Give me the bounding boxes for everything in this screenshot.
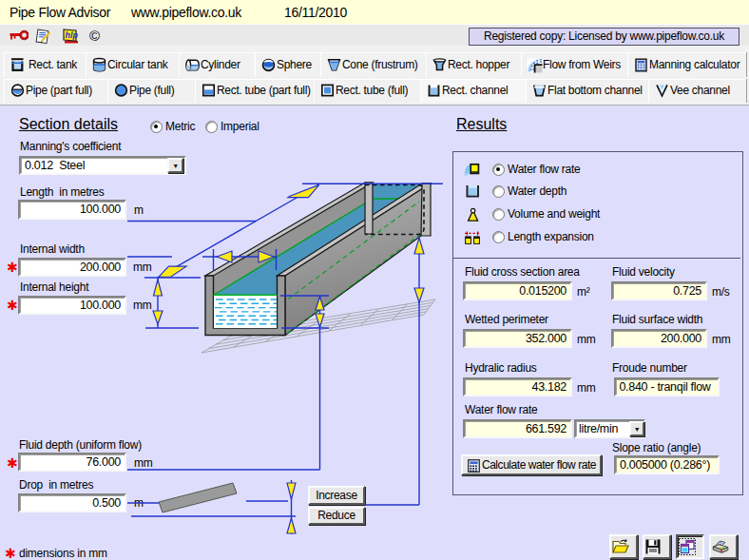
svg-text:hlp: hlp [66, 30, 79, 40]
